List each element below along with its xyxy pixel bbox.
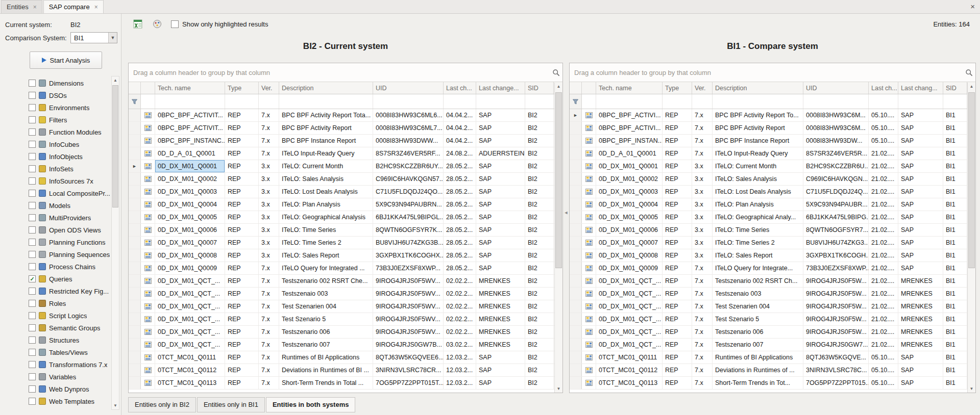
cell-description[interactable]: Runtimes of BI Applications [279,351,373,364]
column-header-tech-name[interactable]: Tech. name [596,82,663,94]
cell-uid[interactable]: 9IROG4JRJS0F5W... [803,300,869,313]
excel-export-button[interactable] [132,18,143,30]
group-by-bar[interactable]: Drag a column header to group by that co… [129,63,562,82]
table-row[interactable]: 0BPC_BPF_INSTAN...REP7.xBPC BPF Instance… [570,135,975,147]
cell-description[interactable]: BPC BPF Activity Report To... [713,109,803,121]
cell-version[interactable]: 7.x [692,326,713,338]
cell-type[interactable]: REP [225,211,259,223]
cell-sid[interactable]: BI1 [943,211,967,223]
cell-tech-name[interactable]: 0D_DX_M01_Q0003 [155,186,225,198]
cell-last-changed[interactable]: 21.02.... [869,198,898,211]
cell-tech-name[interactable]: 0D_DX_M01_Q0005 [155,211,225,223]
table-row[interactable]: 0D_DX_M01_Q0002REP3.xITeLO: Sales Analys… [129,173,562,186]
scroll-up-icon[interactable]: ▲ [112,76,119,84]
cell-description[interactable]: Testszenaio 003 [279,288,373,300]
cell-description[interactable]: Testszenario 007 [279,339,373,351]
tree-item-variables[interactable]: Variables [0,371,121,383]
cell-sid[interactable]: BI1 [943,198,967,211]
cell-last-changed[interactable]: 21.02.... [869,186,898,198]
cell-version[interactable]: 3.x [692,211,713,223]
column-header-uid[interactable]: UID [803,82,869,94]
cell-tech-name[interactable]: 0TCT_MC01_Q0111 [155,351,225,364]
filter-cell-last-changed[interactable] [869,94,898,109]
cell-type[interactable]: REP [225,122,259,134]
cell-last-changed[interactable]: 02.02.2... [444,288,476,300]
cell-description[interactable]: ITeLO: Plan Analysis [713,198,803,211]
table-row[interactable]: 0D_DX_M01_Q0007REP3.xITeLO: Time Series … [129,237,562,249]
table-row[interactable]: 0D_DX_M01_Q0006REP3.xITeLO: Time Series8… [570,224,975,237]
cell-description[interactable]: Runtimes of BI Applications [713,351,803,364]
cell-uid[interactable]: 0008I83HW93C6M... [803,122,869,134]
cell-sid[interactable]: BI1 [943,147,967,160]
cell-last-changed-by[interactable]: MRENKES [476,326,525,338]
cell-type[interactable]: REP [225,173,259,185]
cell-last-changed[interactable]: 28.05.2... [444,198,476,211]
cell-sid[interactable]: BI1 [943,186,967,198]
cell-description[interactable]: ITeLO: Current Month [713,160,803,172]
cell-uid[interactable]: 9IROG4JRJS0F5W... [803,275,869,287]
cell-tech-name[interactable]: 0D_DX_M01_QCT_... [596,326,663,338]
table-row[interactable]: 0D_DX_M01_Q0005REP3.xITeLO: Geographical… [129,211,562,224]
cell-version[interactable]: 7.x [259,364,279,376]
table-row[interactable]: 0BPC_BPF_ACTIVIT...REP7.xBPC BPF Activit… [129,109,562,122]
cell-type[interactable]: REP [225,237,259,249]
column-header-last-changed[interactable]: Last ch... [869,82,898,94]
cell-last-changed[interactable]: 02.02.2... [444,275,476,287]
cell-type[interactable]: REP [225,377,259,389]
cell-description[interactable]: ITeLO Query for Integrated ... [279,262,373,274]
cell-tech-name[interactable]: 0TCT_MC01_Q0111 [596,351,663,364]
column-header-version[interactable]: Ver. [259,82,279,94]
checkbox[interactable] [29,336,36,344]
tree-item-script-logics[interactable]: Script Logics [0,309,121,322]
cell-version[interactable]: 7.x [692,377,713,389]
cell-last-changed-by[interactable]: MRENKES [898,339,943,351]
tree-item-dimensions[interactable]: Dimensions [0,77,121,89]
tree-item-multiproviders[interactable]: MultiProviders [0,212,121,224]
cell-description[interactable]: ITeLO: Sales Report [279,249,373,262]
cell-last-changed[interactable]: 04.04.2... [444,109,476,121]
cell-sid[interactable]: BI2 [525,364,554,376]
cell-uid[interactable]: C969IC6HAVKQGN... [803,173,869,185]
cell-type[interactable]: REP [663,326,692,338]
cell-tech-name[interactable]: 0BPC_BPF_INSTAN... [596,135,663,147]
sidebar-scrollbar[interactable]: ▲ ▼ [111,76,119,410]
cell-tech-name[interactable]: 0D_DX_M01_QCT_... [596,339,663,351]
cell-last-changed-by[interactable]: SAP [476,198,525,211]
cell-sid[interactable]: BI1 [943,109,967,121]
cell-type[interactable]: REP [663,135,692,147]
cell-uid[interactable]: 0008I83HW93C6M... [803,109,869,121]
cell-uid[interactable]: 3NIRN3VLSRC78C... [803,364,869,376]
cell-last-changed-by[interactable]: MRENKES [476,288,525,300]
cell-sid[interactable]: BI2 [525,147,554,160]
cell-type[interactable]: REP [225,351,259,364]
cell-type[interactable]: REP [225,288,259,300]
cell-type[interactable]: REP [225,300,259,313]
cell-last-changed-by[interactable]: MRENKES [898,288,943,300]
cell-version[interactable]: 7.x [259,351,279,364]
cell-sid[interactable]: BI2 [525,224,554,236]
cell-type[interactable]: REP [225,275,259,287]
tree-item-structures[interactable]: Structures [0,334,121,346]
cell-tech-name[interactable]: 0D_DX_M01_Q0005 [596,211,663,223]
cell-last-changed-by[interactable]: MRENKES [898,326,943,338]
checkbox[interactable] [29,214,36,221]
comparison-system-select[interactable]: BI1 ▼ [70,32,117,43]
cell-tech-name[interactable]: 0D_DX_M01_QCT_... [596,288,663,300]
cell-uid[interactable]: 3GXPBX1TK6COGHX... [373,249,444,262]
cell-last-changed-by[interactable]: SAP [898,237,943,249]
cell-uid[interactable]: BU8VIJH6U74ZKG3... [803,237,869,249]
cell-last-changed[interactable]: 21.02.... [869,339,898,351]
cell-uid[interactable]: 9IROG4JRJS0F5WV... [373,313,444,325]
cell-last-changed[interactable]: 21.02.... [869,211,898,223]
cell-last-changed-by[interactable]: MRENKES [898,300,943,313]
cell-version[interactable]: 7.x [692,364,713,376]
checkbox[interactable] [29,177,36,185]
cell-sid[interactable]: BI1 [943,377,967,389]
cell-last-changed-by[interactable]: SAP [898,160,943,172]
checkbox[interactable] [29,288,36,295]
checkbox[interactable] [29,312,36,319]
column-header-type[interactable]: Type [225,82,259,94]
tab-sap-compare[interactable]: SAP compare × [43,0,104,13]
cell-sid[interactable]: BI2 [525,326,554,338]
cell-tech-name[interactable]: 0D_DX_M01_Q0008 [155,249,225,262]
